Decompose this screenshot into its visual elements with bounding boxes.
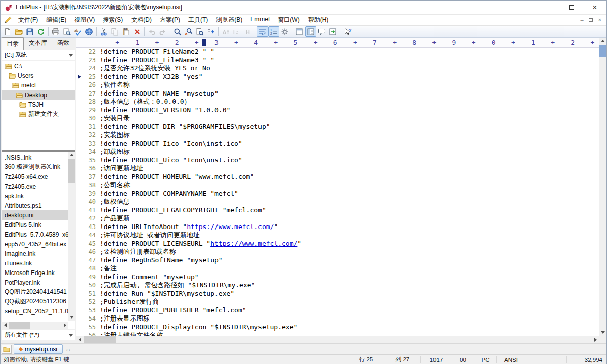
code-line-24[interactable]: 24;是否允许32位系统安装 YES or No bbox=[76, 64, 599, 73]
doc-tab-mysetup[interactable]: mysetup.nsi bbox=[14, 344, 63, 354]
new-file-icon[interactable] bbox=[2, 26, 13, 37]
document-window-icon[interactable] bbox=[294, 26, 305, 37]
menu-item-窗口[interactable]: 窗口(W) bbox=[274, 15, 304, 25]
minimize-button[interactable]: – bbox=[537, 1, 560, 14]
browser-preview-icon[interactable] bbox=[83, 26, 95, 37]
scroll-right-icon[interactable] bbox=[62, 322, 68, 329]
toggle-marker-icon[interactable] bbox=[205, 26, 216, 37]
code-line-39[interactable]: 39!define PRODUCT_COMPANYNAME "mefcl" bbox=[76, 190, 599, 198]
code-line-35[interactable]: 35!define PRODUCT_Uico "Icon\unst.ico" bbox=[76, 156, 599, 165]
delete-icon[interactable] bbox=[132, 26, 143, 37]
file-item[interactable]: 360 极速浏览器X.lnk bbox=[2, 162, 68, 172]
file-item[interactable]: setup_CN_2052_11.1.0 bbox=[2, 306, 68, 316]
find-in-files-icon[interactable] bbox=[194, 26, 205, 37]
menu-item-帮助[interactable]: 帮助(H) bbox=[304, 15, 333, 25]
file-item[interactable]: 7z2405-x64.exe bbox=[2, 172, 68, 181]
file-item[interactable]: EditPlus 5.lnk bbox=[2, 220, 68, 230]
sidebar-tab-文本库[interactable]: 文本库 bbox=[24, 37, 52, 49]
code-line-55[interactable]: 55!define PRODUCT_DisplayIcon "$INSTDIR\… bbox=[76, 323, 599, 332]
code-line-49[interactable]: 49!define Comment "mysetup" bbox=[76, 273, 599, 282]
replace-icon[interactable]: a bbox=[183, 26, 194, 37]
hyperlink[interactable]: https://www.mefcl.com/ bbox=[187, 223, 274, 231]
file-item[interactable]: apk.lnk bbox=[2, 191, 68, 201]
code-line-37[interactable]: 37!define PRODUCT_HOMEURL "www.mefcl.com… bbox=[76, 173, 599, 181]
code-line-52[interactable]: 52;Publisher发行商 bbox=[76, 298, 599, 306]
file-item[interactable]: desktop.ini bbox=[2, 210, 68, 220]
file-item[interactable]: iTunes.lnk bbox=[2, 258, 68, 268]
code-line-53[interactable]: 53!define PRODUCT_PUBLISHER "mefcl.com" bbox=[76, 306, 599, 315]
mdi-close-button[interactable]: × bbox=[598, 17, 601, 23]
code-line-26[interactable]: 26;软件名称 bbox=[76, 81, 599, 89]
tree-item-Desktop[interactable]: Desktop bbox=[2, 90, 75, 100]
file-item[interactable]: 7z2405.exe bbox=[2, 181, 68, 191]
code-line-29[interactable]: 29!define PRODUCT_VERSION "1.0.0.0" bbox=[76, 106, 599, 115]
code-line-34[interactable]: 34;卸载图标 bbox=[76, 148, 599, 156]
menu-item-工具[interactable]: 工具(T) bbox=[184, 15, 212, 25]
save-icon[interactable] bbox=[24, 26, 35, 37]
file-item[interactable]: epp570_4352_64bit.ex bbox=[2, 239, 68, 249]
code-line-38[interactable]: 38;公司名称 bbox=[76, 181, 599, 190]
scroll-down-icon[interactable] bbox=[599, 329, 606, 336]
code-line-42[interactable]: 42;产品更新 bbox=[76, 214, 599, 223]
tree-item-Users[interactable]: Users bbox=[2, 71, 75, 80]
file-item[interactable]: QQ图片202404141541 bbox=[2, 287, 68, 297]
file-item[interactable]: EditPlus_5.7.0.4589_x6 bbox=[2, 230, 68, 239]
paste-icon[interactable] bbox=[120, 26, 132, 37]
code-line-25[interactable]: 25!define PRODUCT_X32B "yes" bbox=[76, 73, 599, 81]
special-chars-icon[interactable] bbox=[279, 26, 290, 37]
code-line-28[interactable]: 28;版本信息（格式：0.0.0.0） bbox=[76, 98, 599, 106]
menu-item-视图[interactable]: 视图(V) bbox=[70, 15, 99, 25]
code-line-43[interactable]: 43!define URLInfoAbout "https://www.mefc… bbox=[76, 223, 599, 232]
sidebar-tab-目录[interactable]: 目录 bbox=[2, 37, 24, 50]
word-wrap-icon[interactable] bbox=[257, 26, 268, 37]
print-icon[interactable] bbox=[50, 26, 61, 37]
file-item[interactable]: QQ截图202405112306 bbox=[2, 297, 68, 306]
scroll-left-icon[interactable] bbox=[2, 322, 9, 329]
tab-list-folder-icon[interactable] bbox=[2, 345, 12, 354]
file-item[interactable]: PotPlayer.lnk bbox=[2, 278, 68, 287]
close-button[interactable]: × bbox=[583, 1, 606, 14]
editor-hscroll-thumb[interactable] bbox=[84, 336, 116, 343]
menu-item-浏览器[interactable]: 浏览器(B) bbox=[212, 15, 246, 25]
code-line-33[interactable]: 33!define PRODUCT_Iico "Icon\inst.ico" bbox=[76, 140, 599, 148]
file-item[interactable]: Microsoft Edge.lnk bbox=[2, 268, 68, 278]
reload-icon[interactable] bbox=[35, 26, 47, 37]
spell-check-icon[interactable]: ab bbox=[72, 26, 83, 37]
context-help-icon[interactable]: ? bbox=[342, 26, 353, 37]
file-list-hscroll-thumb[interactable] bbox=[9, 322, 30, 329]
scroll-up-icon[interactable] bbox=[599, 38, 606, 44]
output-window-icon[interactable] bbox=[316, 26, 327, 37]
print-preview-icon[interactable] bbox=[61, 26, 72, 37]
file-list-vscrollbar[interactable] bbox=[68, 152, 75, 321]
side-panel-icon[interactable] bbox=[305, 26, 316, 37]
code-line-46[interactable]: 46;要检测的注册表卸载名称 bbox=[76, 248, 599, 256]
scroll-left-icon[interactable] bbox=[76, 336, 83, 343]
menu-item-方案[interactable]: 方案(P) bbox=[156, 15, 184, 25]
mdi-minimize-button[interactable]: – bbox=[580, 17, 583, 23]
tree-item-新建文件夹[interactable]: 新建文件夹 bbox=[2, 109, 75, 119]
code-line-27[interactable]: 27!define PRODUCT_NAME "mysetup" bbox=[76, 89, 599, 98]
code-line-40[interactable]: 40;版权信息 bbox=[76, 198, 599, 206]
file-list-vscroll-thumb[interactable] bbox=[68, 159, 75, 183]
code-line-36[interactable]: 36;访问更新地址 bbox=[76, 164, 599, 173]
code-area[interactable]: 22!define PRODUCT_FileName2 " "23!define… bbox=[76, 48, 599, 336]
line-number-icon[interactable]: 12 bbox=[268, 26, 279, 37]
menu-item-Emmet[interactable]: Emmet bbox=[246, 15, 274, 25]
hyperlink[interactable]: https://www.mefcl.com/ bbox=[210, 240, 297, 247]
editor-vscrollbar[interactable] bbox=[599, 38, 606, 336]
code-line-50[interactable]: 50;完成后启动, 需包含路径如 "$INSTDIR\my.exe" bbox=[76, 281, 599, 290]
find-icon[interactable] bbox=[172, 26, 183, 37]
file-item[interactable]: .NSIS..lnk bbox=[2, 153, 68, 162]
menu-item-文件[interactable]: 文件(F) bbox=[14, 15, 42, 25]
scroll-up-icon[interactable] bbox=[68, 152, 75, 158]
sync-browser-icon[interactable] bbox=[327, 26, 338, 37]
editor-vscroll-thumb[interactable] bbox=[599, 46, 606, 57]
file-filter-selector[interactable]: 所有文件 (*.*) bbox=[2, 330, 75, 340]
mdi-restore-button[interactable] bbox=[589, 17, 593, 23]
code-line-56[interactable]: 56;注册表键值文件名称 bbox=[76, 331, 599, 336]
menu-item-搜索[interactable]: 搜索(S) bbox=[99, 15, 127, 25]
open-folder-icon[interactable] bbox=[13, 26, 24, 37]
code-line-41[interactable]: 41!define PRODUCT_LEGALCOPYRIGHT "mefcl.… bbox=[76, 206, 599, 215]
code-line-45[interactable]: 45!define PRODUCT_LICENSEURL "https://ww… bbox=[76, 240, 599, 248]
menu-item-文档[interactable]: 文档(D) bbox=[127, 15, 156, 25]
